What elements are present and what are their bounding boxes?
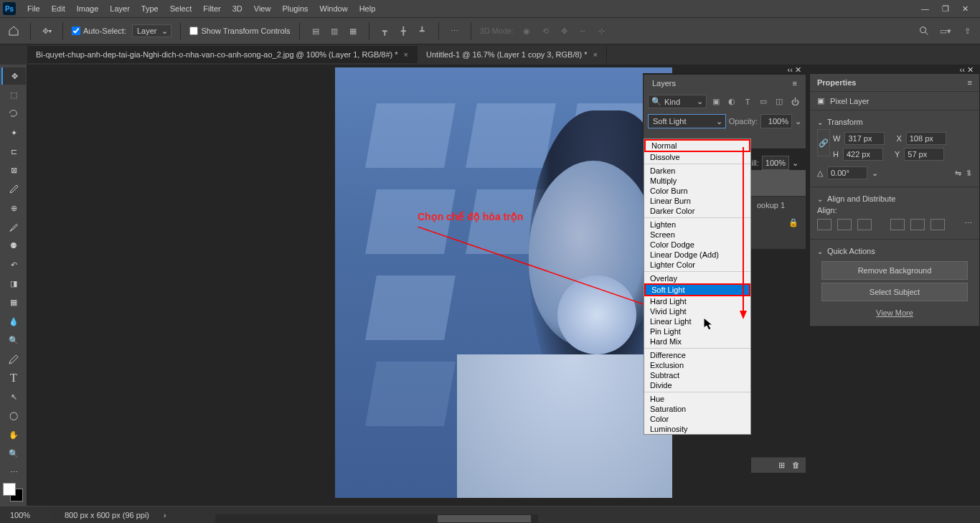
share-icon[interactable]: ⇪ (960, 24, 974, 38)
menu-help[interactable]: Help (354, 4, 382, 13)
angle-input[interactable]: 0.00° (827, 166, 867, 179)
healing-brush-tool[interactable]: ⊕ (1, 199, 26, 217)
flip-v-icon[interactable]: ⥮ (966, 169, 972, 178)
remove-background-button[interactable]: Remove Background (821, 261, 968, 280)
menu-file[interactable]: File (22, 4, 46, 13)
opacity-dropdown-icon[interactable]: ⌄ (795, 117, 801, 126)
align-bottom-icon[interactable]: ┻ (415, 24, 430, 38)
path-selection-tool[interactable]: ↖ (1, 388, 26, 405)
layer-filter-kind[interactable]: 🔍 Kind⌄ (648, 95, 707, 108)
blend-color[interactable]: Color (644, 414, 750, 424)
layer-item[interactable]: ookup 1 (751, 196, 806, 214)
auto-select-checkbox[interactable]: Auto-Select: (72, 27, 126, 35)
filter-pixel-icon[interactable]: ▣ (710, 95, 722, 108)
move-tool[interactable]: ✥ (1, 67, 26, 85)
delete-layer-icon[interactable]: 🗑 (792, 461, 800, 470)
edit-toolbar[interactable]: ⋯ (1, 464, 26, 481)
tab-close-icon[interactable]: × (593, 50, 598, 59)
brush-tool[interactable] (1, 219, 26, 236)
blend-divide[interactable]: Divide (644, 380, 750, 390)
fill-dropdown-icon[interactable]: ⌄ (792, 159, 798, 168)
align-section[interactable]: Align and Distribute (817, 192, 972, 206)
hand-tool[interactable]: ✋ (1, 426, 26, 443)
blend-darken[interactable]: Darken (644, 166, 750, 176)
tab-document-1[interactable]: Bi-quyet-chup-anh-dep-tai-gia-Nghi-dich-… (27, 46, 418, 63)
filter-shape-icon[interactable]: ▭ (757, 95, 770, 108)
y-input[interactable]: 57 px (904, 148, 944, 161)
menu-3d[interactable]: 3D (227, 4, 248, 13)
status-arrow-icon[interactable]: › (164, 511, 166, 519)
blend-exclusion[interactable]: Exclusion (644, 360, 750, 370)
blend-soft-light[interactable]: Soft Light (646, 285, 749, 295)
blend-dissolve[interactable]: Dissolve (644, 152, 750, 162)
filter-smart-icon[interactable]: ◫ (773, 95, 786, 108)
align-right-edges-icon[interactable] (857, 219, 872, 230)
blend-linear-dodge[interactable]: Linear Dodge (Add) (644, 250, 750, 260)
tab-close-icon[interactable]: × (404, 50, 408, 59)
blend-color-burn[interactable]: Color Burn (644, 186, 750, 196)
blend-hue[interactable]: Hue (644, 394, 750, 404)
zoom-tool[interactable]: 🔍 (1, 445, 26, 462)
blend-color-dodge[interactable]: Color Dodge (644, 240, 750, 250)
align-left-icon[interactable]: ▤ (308, 24, 323, 38)
auto-select-target[interactable]: Layer ⌄ (132, 24, 172, 37)
select-subject-button[interactable]: Select Subject (821, 283, 968, 301)
flip-h-icon[interactable]: ⇋ (955, 169, 961, 178)
height-input[interactable]: 422 px (843, 148, 883, 161)
layers-tab[interactable]: Layers≡ (644, 74, 806, 92)
menu-view[interactable]: View (248, 4, 277, 13)
move-tool-icon[interactable]: ✥ ▾ (39, 24, 54, 38)
menu-layer[interactable]: Layer (104, 4, 136, 13)
blend-lighten[interactable]: Lighten (644, 220, 750, 230)
type-tool[interactable]: T (1, 369, 26, 387)
magic-wand-tool[interactable]: ✦ (1, 124, 26, 141)
menu-filter[interactable]: Filter (197, 4, 226, 13)
blend-hard-light[interactable]: Hard Light (644, 296, 750, 306)
search-icon[interactable] (917, 24, 931, 38)
filter-adjustment-icon[interactable]: ◐ (725, 95, 738, 108)
pen-tool[interactable] (1, 351, 26, 368)
horizontal-scrollbar[interactable] (215, 514, 538, 523)
align-left-edges-icon[interactable] (817, 219, 831, 230)
align-v-centers-icon[interactable] (910, 219, 925, 230)
foreground-color[interactable] (3, 483, 16, 496)
fill-input[interactable]: 100% (762, 156, 789, 170)
blur-tool[interactable]: 💧 (1, 313, 26, 330)
filter-toggle-icon[interactable]: ⏻ (788, 95, 801, 108)
crop-tool[interactable]: ⊏ (1, 143, 26, 160)
window-close-icon[interactable]: ✕ (962, 4, 969, 14)
home-icon[interactable] (6, 23, 22, 39)
link-wh-icon[interactable]: 🔗 (817, 129, 830, 156)
zoom-input[interactable]: 100% (7, 509, 50, 521)
eraser-tool[interactable]: ◨ (1, 275, 26, 292)
panel-menu-icon[interactable]: ≡ (968, 78, 972, 87)
frame-tool[interactable]: ⊠ (1, 162, 26, 179)
menu-edit[interactable]: Edit (46, 4, 71, 13)
layers-list[interactable]: ookup 1 🔒 (751, 170, 806, 249)
blend-vivid-light[interactable]: Vivid Light (644, 306, 750, 316)
blend-saturation[interactable]: Saturation (644, 404, 750, 414)
blend-luminosity[interactable]: Luminosity (644, 424, 750, 434)
new-layer-icon[interactable]: ⊞ (778, 461, 785, 470)
canvas-area[interactable]: Chọn chế độ hòa trộn ‹‹ ✕ ‹‹ ✕ Layers≡ 🔍… (27, 65, 980, 506)
align-middle-icon[interactable]: ╋ (397, 24, 411, 38)
blend-hard-mix[interactable]: Hard Mix (644, 336, 750, 347)
dodge-tool[interactable]: 🔍 (1, 331, 26, 349)
eyedropper-tool[interactable] (1, 181, 26, 198)
blend-multiply[interactable]: Multiply (644, 176, 750, 186)
show-transform-checkbox[interactable]: Show Transform Controls (189, 27, 290, 35)
view-more-link[interactable]: View More (817, 304, 972, 321)
align-top-edges-icon[interactable] (890, 219, 905, 230)
blend-lighter-color[interactable]: Lighter Color (644, 260, 750, 270)
lasso-tool[interactable] (1, 105, 26, 123)
opacity-input[interactable]: 100% (760, 114, 792, 128)
color-swatch[interactable] (3, 483, 23, 501)
window-minimize-icon[interactable]: — (921, 4, 929, 14)
blend-linear-burn[interactable]: Linear Burn (644, 196, 750, 206)
width-input[interactable]: 317 px (844, 132, 885, 145)
marquee-tool[interactable]: ⬚ (1, 86, 26, 103)
document-canvas[interactable]: Chọn chế độ hòa trộn (335, 67, 672, 498)
blend-linear-light[interactable]: Linear Light (644, 316, 750, 326)
workspace-icon[interactable]: ▭▾ (938, 24, 953, 38)
history-brush-tool[interactable]: ↶ (1, 256, 26, 273)
